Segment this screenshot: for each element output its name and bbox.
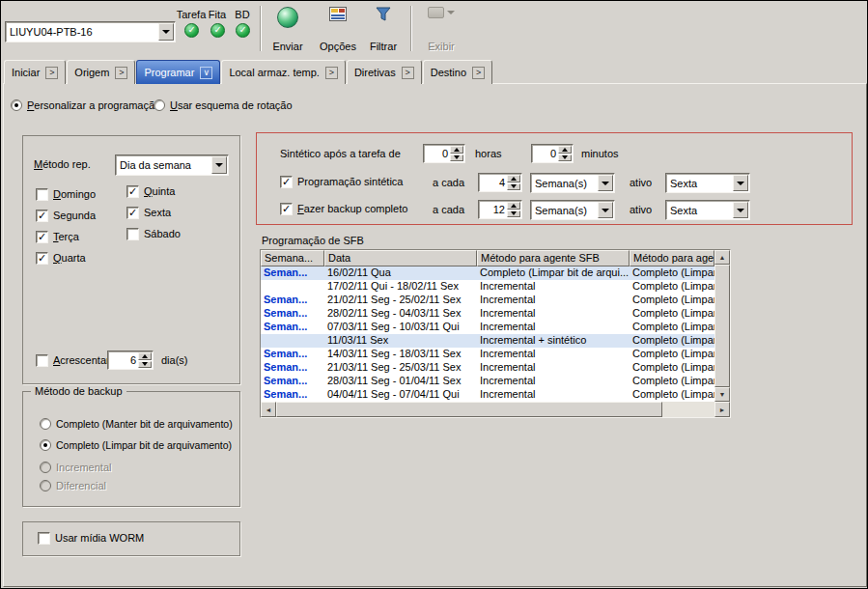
spinner-up-button[interactable]	[138, 352, 152, 360]
select-value: Semana(s)	[535, 178, 587, 189]
cell-week: Seman...	[261, 375, 324, 388]
table-row[interactable]: 11/03/11 Sex Incremental + sintético Com…	[261, 334, 714, 348]
hours-spinner[interactable]: 0	[423, 144, 465, 163]
vertical-scroll-thumb[interactable]	[714, 265, 730, 387]
chevron-down-icon	[737, 209, 744, 212]
enviar-button[interactable]: Enviar	[264, 4, 312, 55]
radio-personalizar-programacao[interactable]: Personalizar a programação	[11, 98, 160, 112]
spinner-up-button[interactable]	[450, 146, 463, 154]
spinner-down-button[interactable]	[507, 210, 520, 218]
checkbox-usar-midia-worm[interactable]: Usar mídia WORM	[38, 531, 144, 545]
tab-local-armaz-temp[interactable]: Local armaz. temp.	[221, 60, 346, 84]
radio-completo-limpar[interactable]: Completo (Limpar bit de arquivamento)	[40, 438, 232, 452]
table-row[interactable]: Seman... 07/03/11 Seg - 10/03/11 Qui Inc…	[261, 321, 714, 334]
col-metodo-sfb[interactable]: Método para agente SFB	[477, 250, 630, 266]
job-selector[interactable]: LIUYU04-PTB-16	[5, 21, 176, 42]
chevron-right-icon[interactable]	[325, 67, 338, 79]
table-row[interactable]: Seman... 04/04/11 Seg - 07/04/11 Qui Inc…	[261, 388, 714, 402]
tab-origem[interactable]: Origem	[67, 60, 135, 84]
table-row[interactable]: Seman... 28/02/11 Seg - 04/03/11 Sex Inc…	[261, 307, 714, 321]
completo-interval-spinner[interactable]: 12	[478, 200, 522, 219]
completo-day-select[interactable]: Sexta	[665, 200, 750, 220]
checkbox-sexta[interactable]: Sexta	[126, 206, 171, 219]
col-semana[interactable]: Semana...	[261, 250, 324, 266]
vertical-scrollbar[interactable]: ▲ ▼	[714, 250, 730, 402]
scroll-left-button[interactable]: ◄	[261, 402, 276, 417]
checkbox-programacao-sintetica[interactable]: Programação sintética	[280, 175, 403, 188]
chevron-down-icon[interactable]	[200, 67, 212, 79]
checkbox-box	[38, 532, 50, 545]
vertical-scroll-track[interactable]	[714, 265, 730, 387]
spinner-down-button[interactable]	[138, 361, 152, 369]
table-row[interactable]: Seman... 16/02/11 Qua Completo (Limpar b…	[261, 266, 714, 280]
tab-destino[interactable]: Destino	[423, 60, 492, 84]
horizontal-scrollbar[interactable]: ◄ ►	[261, 402, 730, 417]
dropdown-button[interactable]	[598, 202, 613, 218]
job-selector-value: LIUYU04-PTB-16	[10, 26, 93, 38]
job-selector-dropdown-button[interactable]	[158, 23, 174, 41]
minutes-spinner[interactable]: 0	[531, 144, 574, 163]
spinner-buttons	[507, 202, 520, 217]
append-days-spinner[interactable]: 6	[107, 351, 154, 370]
tab-programar[interactable]: Programar	[136, 60, 220, 84]
checkbox-sabado[interactable]: Sábado	[126, 227, 181, 240]
checkbox-terca[interactable]: Terça	[36, 230, 79, 243]
spinner-up-button[interactable]	[558, 146, 572, 154]
tab-iniciar[interactable]: Iniciar	[4, 60, 66, 84]
radio-dot	[40, 480, 51, 491]
table-row[interactable]: Seman... 28/03/11 Seg - 01/04/11 Sex Inc…	[261, 375, 714, 388]
tab-diretivas[interactable]: Diretivas	[347, 60, 422, 84]
col-metodo-agente[interactable]: Método para agei	[630, 250, 714, 266]
options-grid-icon	[329, 7, 347, 21]
opcoes-button[interactable]: Opções	[316, 4, 360, 55]
spinner-value: 0	[442, 148, 448, 159]
spinner-up-button[interactable]	[507, 175, 520, 182]
scroll-down-button[interactable]: ▼	[714, 387, 730, 402]
completo-unit-select[interactable]: Semana(s)	[530, 200, 615, 220]
cell-method: Incremental	[477, 361, 630, 375]
a-cada-label: a cada	[433, 204, 464, 215]
cell-week	[261, 334, 324, 348]
dropdown-button[interactable]	[598, 175, 613, 191]
checkbox-quinta[interactable]: Quinta	[126, 184, 175, 198]
spinner-down-button[interactable]	[450, 154, 463, 162]
horizontal-scroll-thumb[interactable]	[276, 402, 662, 417]
col-data[interactable]: Data	[324, 250, 477, 266]
radio-label: Incremental	[56, 462, 111, 473]
radio-dot	[40, 462, 51, 473]
wizard-tabs: Iniciar Origem Programar Local armaz. te…	[4, 59, 492, 84]
sintetica-day-select[interactable]: Sexta	[665, 173, 750, 193]
checkbox-fazer-backup-completo[interactable]: Fazer backup completo	[280, 202, 407, 215]
spinner-up-button[interactable]	[507, 202, 520, 210]
chevron-right-icon[interactable]	[472, 67, 485, 79]
chevron-right-icon[interactable]	[402, 67, 414, 79]
checkbox-box	[36, 188, 48, 201]
chevron-right-icon[interactable]	[45, 67, 58, 79]
sintetica-interval-spinner[interactable]: 4	[478, 173, 522, 192]
checkbox-segunda[interactable]: Segunda	[36, 209, 96, 222]
metodo-rep-select[interactable]: Dia da semana	[115, 154, 229, 176]
scroll-up-button[interactable]: ▲	[714, 250, 730, 265]
horizontal-scroll-track[interactable]	[276, 402, 714, 417]
dropdown-button[interactable]	[733, 175, 748, 191]
checkbox-quarta[interactable]: Quarta	[36, 251, 86, 265]
dropdown-button[interactable]	[733, 202, 748, 218]
checkbox-domingo[interactable]: Domingo	[36, 187, 96, 201]
table-row[interactable]: 17/02/11 Qui - 18/02/11 Sex Incremental …	[261, 280, 714, 294]
cell-week: Seman...	[261, 388, 324, 402]
radio-usar-esquema-rotacao[interactable]: Usar esquema de rotação	[154, 98, 293, 112]
checkbox-acrescentar[interactable]: Acrescentar	[36, 353, 110, 367]
sintetica-unit-select[interactable]: Semana(s)	[530, 173, 615, 193]
table-row[interactable]: Seman... 21/03/11 Seg - 25/03/11 Sex Inc…	[261, 361, 714, 375]
dropdown-button[interactable]	[211, 156, 227, 174]
chevron-right-icon[interactable]	[115, 67, 127, 79]
filtrar-button[interactable]: Filtrar	[362, 4, 405, 55]
cell-date: 14/03/11 Seg - 18/03/11 Sex	[324, 348, 477, 361]
spinner-down-button[interactable]	[558, 154, 572, 162]
scroll-right-button[interactable]: ►	[714, 402, 730, 417]
radio-completo-manter[interactable]: Completo (Manter bit de arquivamento)	[40, 417, 233, 431]
table-row[interactable]: Seman... 21/02/11 Seg - 25/02/11 Sex Inc…	[261, 294, 714, 307]
table-row[interactable]: Seman... 14/03/11 Seg - 18/03/11 Sex Inc…	[261, 348, 714, 361]
spinner-down-button[interactable]	[507, 183, 520, 191]
cell-agent: Completo (Limpar	[630, 294, 714, 307]
